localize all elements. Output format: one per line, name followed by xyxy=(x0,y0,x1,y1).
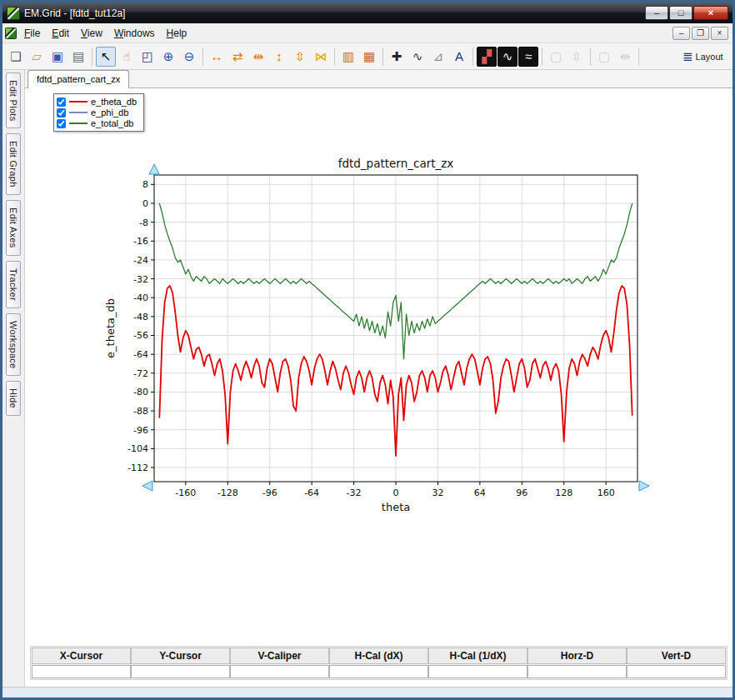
open-folder-button[interactable]: ▱ xyxy=(27,47,47,67)
sidebar-tab-workspace[interactable]: Workspace xyxy=(6,313,21,377)
axis-handle-bottom-right[interactable] xyxy=(639,481,649,491)
layout-button[interactable]: ≣Layout xyxy=(679,47,729,67)
measure-col-h-cal-1-dx: H-Cal (1/dX) xyxy=(428,648,528,664)
sidebar-tab-edit-graph[interactable]: Edit Graph xyxy=(6,133,21,195)
new-file-button[interactable]: ❏ xyxy=(6,47,26,67)
y-axis-label: e_theta_db xyxy=(104,298,117,358)
y-tick-label: -88 xyxy=(133,406,148,417)
measure-col-v-caliper: V-Caliper xyxy=(230,648,329,664)
image-style-icon: ▞ xyxy=(482,50,492,62)
full-extent-horizontal-icon: ⇹ xyxy=(253,50,264,62)
menu-item-edit[interactable]: Edit xyxy=(46,25,75,42)
sidebar-tab-edit-plots[interactable]: Edit Plots xyxy=(6,72,21,128)
chart-area: -160-128-96-64-32032649612816080-8-16-24… xyxy=(101,157,658,527)
legend-checkbox-e-phi-db[interactable] xyxy=(57,108,66,118)
zoom-window-button[interactable]: ◰ xyxy=(138,47,158,67)
full-extent-vertical-button[interactable]: ⇳ xyxy=(290,47,310,67)
waveform-style-button[interactable]: ∿ xyxy=(498,47,518,67)
pan-hand-icon: ☝ xyxy=(122,50,130,62)
shrink-horizontal-icon: ⇄ xyxy=(232,50,243,62)
measurement-bar: X-CursorY-CursorV-CaliperH-Cal (dX)H-Cal… xyxy=(30,646,728,680)
y-tick-label: -104 xyxy=(128,443,148,454)
expand-horizontal-button[interactable]: ↔ xyxy=(207,47,227,67)
select-cursor-button[interactable]: ↖ xyxy=(96,47,116,67)
image-style-button[interactable]: ▞ xyxy=(477,47,497,67)
app-icon[interactable] xyxy=(7,7,20,20)
multi-waveform-style-icon: ≈ xyxy=(525,50,532,62)
y-tick-label: -72 xyxy=(133,368,148,379)
data-columns-button[interactable]: ▥ xyxy=(338,47,358,67)
sync-y-toggle-icon: ▢ xyxy=(550,50,562,62)
fit-y-icon: ⇳ xyxy=(572,50,582,62)
y-tick-label: 0 xyxy=(142,198,148,209)
data-table-icon: ▦ xyxy=(363,50,375,62)
expand-vertical-button[interactable]: ↕ xyxy=(269,47,289,67)
status-bar xyxy=(2,687,732,698)
select-cursor-icon: ↖ xyxy=(101,50,112,62)
y-tick-label: 8 xyxy=(142,179,148,190)
y-tick-label: -80 xyxy=(133,387,148,398)
y-tick-label: -40 xyxy=(133,292,148,303)
data-columns-icon: ▥ xyxy=(342,50,354,62)
close-button[interactable]: × xyxy=(693,6,728,20)
axis-handle-bottom-left[interactable] xyxy=(142,481,152,491)
autoscale-button[interactable]: ⋈ xyxy=(311,47,331,67)
crosshair-button[interactable]: ✚ xyxy=(387,47,407,67)
y-tick-label: -112 xyxy=(128,462,148,473)
shrink-horizontal-button[interactable]: ⇄ xyxy=(228,47,248,67)
caliper-icon: ⊿ xyxy=(433,50,444,62)
curve-marker-button[interactable]: ∿ xyxy=(408,47,428,67)
curve-marker-icon: ∿ xyxy=(412,50,423,62)
toolbar-separator xyxy=(542,48,542,66)
zoom-window-icon: ◰ xyxy=(142,50,153,62)
legend-label-e-phi-db: e_phi_db xyxy=(91,108,128,118)
tab-fdtd-pattern-cart-zx[interactable]: fdtd_pattern_cart_zx xyxy=(28,70,129,88)
x-axis-ticks: -160-128-96-64-320326496128160 xyxy=(175,482,614,498)
fit-x-icon: ⇹ xyxy=(620,50,631,62)
toolbar-separator xyxy=(638,48,639,66)
y-tick-label: -32 xyxy=(133,274,148,285)
zoom-out-button[interactable]: ⊖ xyxy=(179,47,199,67)
menu-item-view[interactable]: View xyxy=(75,25,108,42)
legend-box: e_theta_dbe_phi_dbe_total_db xyxy=(53,93,144,132)
window-controls: –□× xyxy=(645,6,728,20)
zoom-in-button[interactable]: ⊕ xyxy=(158,47,178,67)
save-button[interactable]: ▣ xyxy=(48,47,68,67)
y-tick-label: -48 xyxy=(133,312,148,322)
x-tick-label: 0 xyxy=(392,488,398,498)
caliper-button[interactable]: ⊿ xyxy=(428,47,448,67)
data-table-button[interactable]: ▦ xyxy=(359,47,379,67)
open-folder-icon: ▱ xyxy=(32,50,42,62)
menu-item-help[interactable]: Help xyxy=(161,25,193,42)
menu-item-file[interactable]: File xyxy=(18,25,46,42)
new-file-icon: ❏ xyxy=(10,50,21,62)
child-restore-button[interactable]: ❐ xyxy=(692,27,709,40)
minimize-button[interactable]: – xyxy=(645,6,668,20)
child-close-button[interactable]: × xyxy=(711,27,728,40)
full-extent-horizontal-button[interactable]: ⇹ xyxy=(248,47,268,67)
toolbar: ❏▱▣▤↖☝◰⊕⊖↔⇄⇹↕⇳⋈▥▦✚∿⊿A▞∿≈▢⇳▢⇹≣Layout xyxy=(2,43,732,70)
layout-icon: ≣ xyxy=(682,50,693,62)
toolbar-separator xyxy=(334,48,335,66)
child-window-icon[interactable] xyxy=(5,28,17,39)
menu-item-windows[interactable]: Windows xyxy=(108,25,161,42)
sidebar-tab-edit-axes[interactable]: Edit Axes xyxy=(6,200,21,256)
text-annotation-button[interactable]: A xyxy=(449,47,469,67)
chart-canvas[interactable]: -160-128-96-64-32032649612816080-8-16-24… xyxy=(101,157,658,523)
measure-value-x-cursor xyxy=(32,665,131,678)
maximize-button[interactable]: □ xyxy=(669,6,692,20)
axis-handle-top-left[interactable] xyxy=(149,164,159,174)
legend-checkbox-e-theta-db[interactable] xyxy=(57,98,66,107)
print-button[interactable]: ▤ xyxy=(68,47,88,67)
child-window-controls: –❐× xyxy=(672,27,730,40)
sidebar-tab-tracker[interactable]: Tracker xyxy=(6,261,21,308)
sidebar-tab-hide[interactable]: Hide xyxy=(6,381,21,416)
zoom-in-icon: ⊕ xyxy=(163,50,174,62)
pan-hand-button[interactable]: ☝ xyxy=(117,47,137,67)
x-tick-label: -64 xyxy=(304,488,319,498)
child-minimize-button[interactable]: – xyxy=(672,27,690,40)
measure-value-v-caliper xyxy=(230,665,329,678)
legend-checkbox-e-total-db[interactable] xyxy=(57,119,66,128)
plot-workspace: fdtd_pattern_cart_zx e_theta_dbe_phi_dbe… xyxy=(25,70,732,687)
multi-waveform-style-button[interactable]: ≈ xyxy=(518,47,538,67)
